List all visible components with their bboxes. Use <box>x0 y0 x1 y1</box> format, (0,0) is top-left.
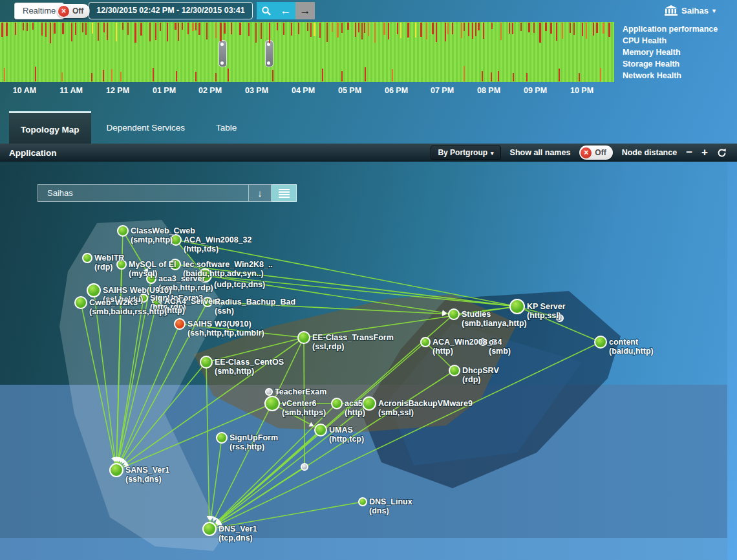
health-event-tick <box>491 23 493 29</box>
health-event-tick <box>600 68 601 81</box>
health-event-tick <box>341 23 343 33</box>
search-input[interactable]: Saihas <box>37 184 249 202</box>
topology-node-saihs-web-u910-[interactable] <box>87 284 100 297</box>
health-event-tick <box>509 23 510 34</box>
health-event-tick <box>314 23 315 36</box>
hour-label: 04 PM <box>292 86 315 95</box>
health-event-tick <box>570 23 571 33</box>
refresh-icon[interactable] <box>717 148 727 158</box>
health-event-tick <box>82 23 83 32</box>
topology-node-kp-server[interactable] <box>510 299 524 314</box>
timeline-zoom-button[interactable] <box>257 2 276 19</box>
health-event-tick <box>261 23 262 39</box>
user-name: Saihas <box>681 6 709 16</box>
health-event-tick <box>50 23 51 43</box>
health-event-tick <box>364 23 365 33</box>
health-event-tick <box>432 23 434 34</box>
show-all-names-toggle[interactable]: × Off <box>579 145 612 160</box>
health-event-tick <box>116 23 117 41</box>
user-menu[interactable]: Saihas ▾ <box>665 5 716 16</box>
health-event-tick <box>545 23 547 31</box>
topology-node-teacherexam[interactable] <box>266 389 272 395</box>
date-range-dropdown[interactable]: 12/30/2015 02:42 PM - 12/30/2015 03:41 P… <box>89 2 253 19</box>
list-view-button[interactable] <box>272 184 297 202</box>
health-event-tick <box>231 23 232 34</box>
realtime-toggle[interactable]: × Off <box>57 4 90 18</box>
timeline-forward-button[interactable]: → <box>295 2 315 19</box>
topology-map-footer-band <box>0 538 727 560</box>
health-event-tick <box>464 23 465 31</box>
health-timeline[interactable] <box>0 22 614 82</box>
tab-dependent-services[interactable]: Dependent Services <box>91 111 201 144</box>
topology-node-dns-linux[interactable] <box>359 498 367 506</box>
topology-node-cweb-w2k3[interactable] <box>75 297 87 308</box>
range-handle-right[interactable] <box>265 40 273 67</box>
group-by-dropdown[interactable]: By Portgroup▾ <box>431 145 500 160</box>
topology-node-aca3-server[interactable] <box>147 274 156 283</box>
health-event-tick <box>452 23 453 34</box>
topology-node-webitr[interactable] <box>83 253 92 263</box>
search-down-button[interactable]: ↓ <box>249 184 272 202</box>
hour-label: 10 PM <box>570 86 593 95</box>
node-distance-decrease-button[interactable]: − <box>686 148 692 157</box>
topology-node-junction[interactable] <box>198 269 211 282</box>
chevron-down-icon: ▾ <box>712 7 716 14</box>
topology-node-acronisbackupvmware9[interactable] <box>363 397 376 410</box>
health-event-tick <box>92 23 93 34</box>
health-event-tick <box>195 72 197 81</box>
legend-item-network-health[interactable]: Network Health <box>623 70 718 81</box>
topology-node-mysql-of-el[interactable] <box>117 260 126 269</box>
timeline-back-button[interactable]: ← <box>276 2 295 19</box>
topology-node-or[interactable] <box>480 339 486 345</box>
health-event-tick <box>239 23 241 35</box>
topology-node-aca-win2008-b4[interactable] <box>421 338 430 347</box>
arrow-left-icon: ← <box>281 5 292 17</box>
topology-node-classweb-cweb[interactable] <box>118 226 128 236</box>
node-distance-increase-button[interactable]: + <box>701 148 708 157</box>
health-event-tick <box>400 23 401 38</box>
topology-node-sans-ver1[interactable] <box>110 464 123 477</box>
topology-node-ee-class-transform[interactable] <box>298 332 310 343</box>
topology-node-vcenter6[interactable] <box>265 396 279 411</box>
topology-node-umas[interactable] <box>315 424 326 436</box>
hour-label: 02 PM <box>198 86 222 95</box>
health-event-tick <box>407 23 409 38</box>
health-event-tick <box>491 72 492 81</box>
hour-label: 11 AM <box>59 86 83 95</box>
legend-item-cpu-health[interactable]: CPU Health <box>623 35 718 47</box>
topology-node-signupform3[interactable] <box>140 294 147 302</box>
hour-label: 12 PM <box>106 86 129 95</box>
topology-node-lec-software-win2k8-[interactable] <box>170 259 180 270</box>
topology-node-junction[interactable] <box>301 464 308 470</box>
health-event-tick <box>283 23 284 35</box>
hour-label: 09 PM <box>524 86 547 95</box>
tab-table[interactable]: Table <box>200 111 252 144</box>
health-event-tick <box>520 23 522 31</box>
health-event-tick <box>533 23 535 33</box>
health-event-tick <box>461 23 462 38</box>
topology-node-radius-bachup-bad[interactable] <box>203 297 212 307</box>
topology-node-signupform[interactable] <box>217 433 227 443</box>
topology-node-dns-ver1[interactable] <box>203 522 216 535</box>
topology-node-studies[interactable] <box>449 309 459 319</box>
topology-node-aca5[interactable] <box>332 398 342 409</box>
health-event-tick <box>562 23 563 39</box>
arrow-down-icon: ↓ <box>257 188 262 199</box>
topology-node-content[interactable] <box>595 336 606 348</box>
tab-topology-map[interactable]: Topology Map <box>9 111 91 145</box>
legend-item-memory-health[interactable]: Memory Health <box>623 47 718 58</box>
health-event-tick <box>111 69 112 81</box>
health-event-tick <box>103 70 104 81</box>
topology-node-saihs-w3-u910-[interactable] <box>175 319 185 329</box>
topology-node-junction[interactable] <box>557 315 563 321</box>
range-handle-left[interactable] <box>219 40 227 67</box>
health-event-tick <box>392 69 393 81</box>
topology-node-aca4-server2[interactable] <box>153 297 162 306</box>
topology-node-dhcpsrv[interactable] <box>449 365 460 376</box>
topology-node-aca-win2008-32[interactable] <box>171 235 181 245</box>
health-event-tick <box>167 23 168 41</box>
topology-node-ee-class-centos[interactable] <box>200 356 212 368</box>
legend-item-application-performance[interactable]: Application performance <box>623 23 718 35</box>
health-event-tick <box>586 23 587 39</box>
legend-item-storage-health[interactable]: Storage Health <box>623 58 718 70</box>
